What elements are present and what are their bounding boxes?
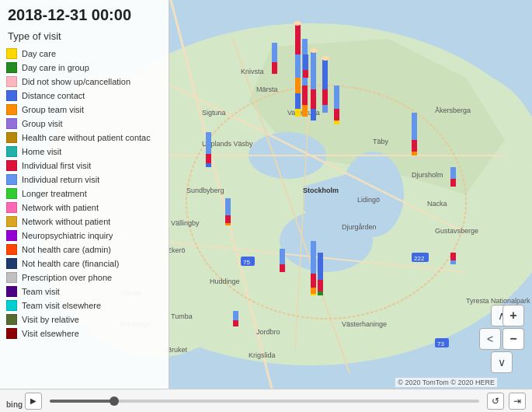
svg-rect-65: [334, 120, 339, 124]
svg-text:Märsta: Märsta: [256, 86, 278, 93]
legend-item[interactable]: Group visit: [0, 117, 169, 131]
legend-item[interactable]: Longer treatment: [0, 187, 169, 201]
legend-item-label: Team visit elsewhere: [22, 301, 101, 310]
zoom-in-button[interactable]: +: [502, 305, 524, 326]
reset-button[interactable]: ↺: [487, 393, 504, 410]
legend-color-swatch: [6, 104, 17, 115]
legend-item-label: Group team visit: [22, 105, 84, 114]
legend-item[interactable]: Visit by relative: [0, 312, 169, 326]
svg-rect-68: [303, 54, 308, 70]
legend-item[interactable]: Individual return visit: [0, 173, 169, 187]
legend-color-swatch: [6, 258, 17, 269]
svg-rect-52: [295, 93, 301, 109]
legend-item[interactable]: Neuropsychiatric inquiry: [0, 229, 169, 243]
svg-point-95: [310, 48, 318, 53]
legend-color-swatch: [6, 76, 17, 87]
svg-text:Tumba: Tumba: [171, 312, 193, 320]
legend-color-swatch: [6, 230, 17, 241]
svg-rect-72: [412, 152, 417, 155]
svg-rect-76: [206, 154, 211, 163]
legend-item[interactable]: Distance contact: [0, 89, 169, 103]
legend-item[interactable]: Individual first visit: [0, 159, 169, 173]
legend-item[interactable]: Home visit: [0, 145, 169, 159]
svg-rect-91: [233, 320, 238, 326]
legend-item-label: Individual first visit: [22, 161, 91, 170]
svg-rect-60: [322, 58, 328, 89]
step-button[interactable]: ⇥: [509, 393, 526, 410]
date-title: 2018-12-31 00:00: [0, 0, 169, 27]
legend-item-label: Visit by relative: [22, 315, 79, 324]
svg-text:Sundbyberg: Sundbyberg: [186, 187, 224, 194]
svg-rect-82: [280, 264, 285, 272]
legend-item[interactable]: Network with patient: [0, 201, 169, 215]
svg-rect-58: [311, 89, 316, 109]
zoom-out-button[interactable]: −: [502, 328, 524, 350]
svg-text:222: 222: [414, 255, 425, 262]
svg-rect-74: [450, 179, 456, 187]
svg-rect-69: [303, 70, 308, 78]
svg-rect-80: [225, 223, 231, 225]
legend-item[interactable]: Prescription over phone: [0, 271, 169, 285]
legend-item-label: Day care in group: [22, 63, 89, 72]
legend-item-label: Individual return visit: [22, 175, 99, 184]
legend-item[interactable]: Day care in group: [0, 61, 169, 75]
legend-item[interactable]: Did not show up/cancellation: [0, 75, 169, 89]
svg-rect-49: [295, 23, 301, 54]
svg-rect-81: [280, 249, 285, 264]
legend-item[interactable]: Visit elsewhere: [0, 326, 169, 340]
legend-item[interactable]: Not health care (financial): [0, 257, 169, 271]
legend-color-swatch: [6, 160, 17, 171]
legend-item[interactable]: Group team visit: [0, 103, 169, 117]
svg-rect-87: [318, 253, 323, 280]
legend-item[interactable]: Team visit elsewhere: [0, 299, 169, 312]
play-button[interactable]: ▶: [25, 393, 42, 410]
legend-item-label: Neuropsychiatric inquiry: [22, 231, 113, 240]
legend-item-label: Team visit: [22, 287, 60, 296]
svg-rect-56: [302, 105, 308, 117]
legend-item-label: Network without patient: [22, 217, 110, 226]
legend-item[interactable]: Day care: [0, 47, 169, 61]
legend-scroll[interactable]: Day careDay care in groupDid not show up…: [0, 45, 169, 389]
svg-text:Täby: Täby: [373, 138, 389, 145]
zoom-controls: + −: [502, 305, 524, 350]
svg-rect-75: [206, 132, 211, 154]
timeline-slider[interactable]: [50, 400, 479, 403]
svg-rect-71: [412, 140, 417, 152]
svg-rect-61: [322, 89, 328, 105]
legend-item[interactable]: Team visit: [0, 285, 169, 299]
svg-text:73: 73: [437, 340, 444, 347]
svg-point-96: [322, 56, 329, 61]
bing-logo: bing: [6, 400, 23, 409]
svg-text:Stockholm: Stockholm: [303, 187, 339, 194]
svg-text:Krigslida: Krigslida: [249, 351, 276, 359]
nav-left-button[interactable]: <: [479, 328, 501, 350]
legend-item-label: Did not show up/cancellation: [22, 77, 130, 86]
svg-rect-93: [450, 260, 456, 264]
legend-item-label: Visit elsewhere: [22, 329, 79, 338]
svg-text:Vällingby: Vällingby: [171, 219, 200, 227]
legend-item[interactable]: Network without patient: [0, 215, 169, 229]
svg-rect-92: [450, 253, 456, 260]
bottom-bar: bing ▶ ↺ ⇥: [0, 389, 532, 412]
legend-item[interactable]: Not health care (admin): [0, 243, 169, 257]
svg-point-94: [294, 21, 301, 26]
svg-text:Huddinge: Huddinge: [210, 278, 240, 285]
svg-rect-62: [322, 105, 328, 113]
legend-title: Type of visit: [0, 27, 169, 45]
svg-rect-88: [318, 280, 323, 292]
legend-panel: 2018-12-31 00:00 Type of visit Day careD…: [0, 0, 169, 389]
legend-item-label: Longer treatment: [22, 189, 87, 198]
svg-rect-53: [295, 109, 301, 117]
legend-color-swatch: [6, 48, 17, 59]
svg-rect-89: [318, 292, 323, 295]
legend-item[interactable]: Health care without patient contac: [0, 131, 169, 145]
legend-color-swatch: [6, 286, 17, 297]
legend-item-label: Not health care (financial): [22, 259, 119, 268]
svg-text:Sigtuna: Sigtuna: [202, 109, 226, 117]
legend-item-label: Group visit: [22, 119, 63, 128]
copyright-text: © 2020 TomTom © 2020 HERE: [395, 378, 497, 387]
svg-rect-85: [311, 288, 316, 294]
nav-down-button[interactable]: ∨: [491, 351, 513, 373]
svg-rect-84: [311, 274, 316, 288]
slider-thumb[interactable]: [110, 396, 119, 406]
